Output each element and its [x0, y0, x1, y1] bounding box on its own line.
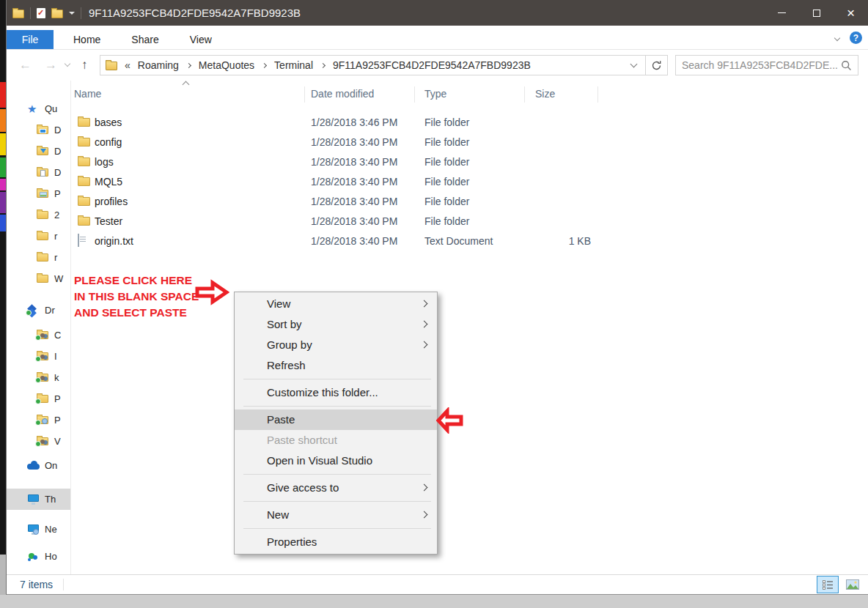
context-menu-item-customize-this-folder[interactable]: Customize this folder...: [235, 382, 437, 403]
sidebar-item-shared-folder[interactable]: V: [7, 431, 70, 452]
sidebar-item-folder[interactable]: 2: [7, 204, 70, 226]
file-row-mql5[interactable]: MQL51/28/2018 3:40 PMFile folder: [71, 171, 868, 191]
qat-dropdown-icon[interactable]: [69, 12, 75, 15]
file-row-logs[interactable]: logs1/28/2018 3:40 PMFile folder: [71, 152, 868, 171]
sidebar-item-globe-folder[interactable]: P: [7, 409, 70, 431]
context-menu-item-refresh[interactable]: Refresh: [235, 355, 437, 376]
search-input[interactable]: [676, 59, 841, 71]
tab-share[interactable]: Share: [120, 30, 169, 49]
search-icon[interactable]: [841, 60, 852, 71]
sidebar-item-folder[interactable]: W: [7, 268, 70, 289]
maximize-button[interactable]: [799, 0, 834, 26]
column-divider[interactable]: [414, 86, 415, 103]
sidebar-item-this-pc[interactable]: Th: [7, 489, 70, 510]
main-area: ★Qu D D D P 2 r r W Dr C I k P P V On Th…: [7, 81, 868, 575]
window-title: 9F11A9253FCB4D2FDE9542A7FBD9923B: [89, 7, 301, 19]
breadcrumb-guid[interactable]: 9F11A9253FCB4D2FDE9542A7FBD9923B: [331, 59, 532, 71]
sidebar-item-onedrive[interactable]: On: [7, 455, 70, 476]
breadcrumb-roaming[interactable]: Roaming: [136, 59, 180, 71]
column-header-size[interactable]: Size: [535, 88, 555, 100]
breadcrumb-metaquotes[interactable]: MetaQuotes: [197, 59, 256, 71]
edge-color-yellow: [0, 133, 6, 155]
sidebar-item-pictures[interactable]: P: [7, 183, 70, 204]
recent-locations-icon[interactable]: [65, 61, 70, 67]
arrow-right-icon: [194, 279, 229, 305]
context-menu-item-open-in-visual-studio[interactable]: Open in Visual Studio: [235, 451, 437, 471]
sidebar-label: r: [54, 252, 57, 263]
large-icons-view-button[interactable]: [842, 576, 864, 593]
column-header-type[interactable]: Type: [424, 88, 446, 100]
up-icon[interactable]: ↑: [81, 57, 88, 73]
new-folder-icon[interactable]: [51, 10, 63, 18]
details-view-button[interactable]: [817, 576, 839, 593]
context-menu-item-sort-by[interactable]: Sort by: [235, 314, 437, 335]
tab-file[interactable]: File: [7, 30, 54, 49]
file-row-config[interactable]: config1/28/2018 3:40 PMFile folder: [71, 132, 868, 152]
refresh-icon: [651, 60, 662, 71]
paste-check-icon[interactable]: [37, 8, 45, 18]
address-dropdown-icon[interactable]: [630, 61, 638, 68]
context-menu-item-new[interactable]: New: [235, 505, 437, 525]
chevron-down-icon[interactable]: [834, 34, 840, 40]
column-divider[interactable]: [524, 86, 525, 103]
breadcrumb-overflow[interactable]: «: [125, 59, 130, 71]
sidebar-item-shared-folder[interactable]: I: [7, 346, 70, 367]
shared-folder-icon: [37, 350, 51, 363]
shared-folder-icon: [37, 329, 51, 341]
close-button[interactable]: ×: [834, 0, 868, 26]
arrow-left-icon: [436, 407, 464, 434]
sidebar-item-quick-access[interactable]: ★Qu: [7, 98, 70, 119]
file-row-profiles[interactable]: profiles1/28/2018 3:40 PMFile folder: [71, 191, 868, 211]
sidebar-item-downloads[interactable]: D: [7, 141, 70, 162]
file-row-bases[interactable]: bases1/28/2018 3:46 PMFile folder: [71, 112, 868, 132]
file-row-tester[interactable]: Tester1/28/2018 3:40 PMFile folder: [71, 211, 868, 231]
edge-color-blue: [0, 215, 6, 231]
sidebar-item-homegroup[interactable]: Ho: [7, 546, 70, 567]
breadcrumb-terminal[interactable]: Terminal: [273, 59, 315, 71]
sidebar-item-shared-folder[interactable]: C: [7, 325, 70, 346]
shared-folder-icon: [37, 435, 51, 448]
chevron-right-icon[interactable]: [186, 62, 191, 67]
sidebar-item-network[interactable]: Ne: [7, 519, 70, 540]
sidebar-item-dropbox[interactable]: Dr: [7, 300, 70, 321]
context-menu-item-properties[interactable]: Properties: [235, 532, 437, 552]
file-type: File folder: [424, 156, 535, 168]
refresh-button[interactable]: [645, 56, 667, 75]
sidebar-item-desktop[interactable]: D: [7, 119, 70, 141]
file-rows: bases1/28/2018 3:46 PMFile folder config…: [71, 112, 868, 251]
minimize-button[interactable]: [765, 0, 799, 26]
tab-view[interactable]: View: [179, 30, 223, 49]
file-date: 1/28/2018 3:40 PM: [311, 215, 424, 227]
file-list-area[interactable]: Name Date modified Type Size bases1/28/2…: [71, 81, 868, 575]
chevron-right-icon[interactable]: [320, 62, 326, 67]
back-icon[interactable]: ←: [19, 57, 32, 73]
column-header-date-modified[interactable]: Date modified: [311, 88, 374, 100]
menu-separator: [243, 528, 431, 529]
menu-separator: [243, 474, 431, 475]
sidebar-item-shared-folder[interactable]: k: [7, 367, 70, 388]
address-bar[interactable]: « Roaming MetaQuotes Terminal 9F11A9253F…: [100, 55, 668, 75]
column-divider[interactable]: [597, 86, 598, 103]
sidebar-item-folder[interactable]: r: [7, 247, 70, 268]
context-menu-item-view[interactable]: View: [235, 294, 437, 314]
tab-home[interactable]: Home: [62, 30, 111, 49]
help-icon[interactable]: ?: [850, 31, 862, 44]
pictures-folder-icon: [37, 188, 51, 200]
chevron-right-icon[interactable]: [262, 62, 267, 67]
annotation-line-3: AND SELECT PASTE: [74, 305, 199, 321]
desktop-folder-icon: [37, 124, 51, 136]
sidebar-item-folder[interactable]: r: [7, 226, 70, 247]
column-header-name[interactable]: Name: [74, 88, 101, 100]
sidebar-item-synced-folder[interactable]: P: [7, 388, 70, 409]
context-menu-item-give-access-to[interactable]: Give access to: [235, 478, 437, 498]
annotation-line-1: PLEASE CLICK HERE: [74, 273, 199, 289]
file-row-origin-txt[interactable]: origin.txt1/28/2018 3:40 PMText Document…: [71, 231, 868, 251]
column-divider[interactable]: [304, 86, 305, 103]
context-menu-item-paste[interactable]: Paste: [235, 409, 437, 430]
forward-icon[interactable]: →: [45, 57, 57, 73]
context-menu-item-group-by[interactable]: Group by: [235, 335, 437, 355]
sidebar-item-documents[interactable]: D: [7, 162, 70, 183]
navigation-pane: ★Qu D D D P 2 r r W Dr C I k P P V On Th…: [7, 81, 71, 575]
menu-item-label: Customize this folder...: [267, 386, 378, 398]
file-type: File folder: [424, 215, 535, 227]
